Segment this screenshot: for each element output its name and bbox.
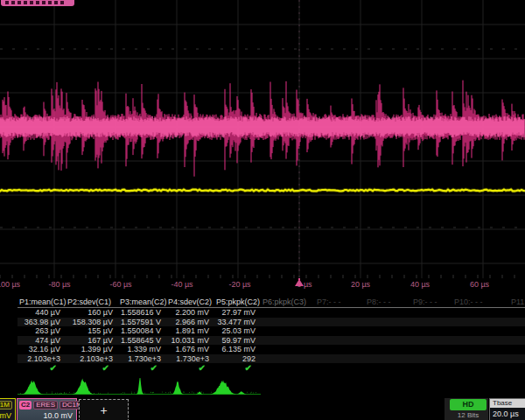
- measurement-value-cell: 1.339 mV: [118, 345, 166, 354]
- measurement-value-cell: 1.558616 V: [118, 308, 166, 318]
- measurement-table: P1:mean(C1)P2:sdev(C1)P3:mean(C2)P4:sdev…: [18, 297, 525, 374]
- measurement-value-cell: 2.200 mV: [166, 308, 214, 318]
- measurement-value-cell: [261, 326, 315, 336]
- measurement-value-cell: [452, 318, 509, 327]
- measurement-value-cell: [509, 326, 525, 336]
- c2-label-badge: C2: [19, 401, 32, 410]
- time-tick-label: -100 µs: [0, 280, 20, 289]
- measurement-header-cell[interactable]: P7:- - -: [315, 297, 365, 308]
- measurement-status-cell: [315, 363, 365, 374]
- c2-eres-badge: ERES: [33, 401, 58, 410]
- measurement-value-cell: 1.558645 V: [118, 336, 166, 346]
- measurement-value-cell: 1.730e+3: [118, 354, 166, 364]
- measurement-status-cell: [365, 363, 411, 374]
- measurement-header-cell[interactable]: P11:- - -: [509, 297, 525, 308]
- measurement-value-cell: 2.966 mV: [166, 318, 214, 327]
- measurement-value-cell: 263 µV: [18, 326, 66, 336]
- measurement-value-cell: [261, 308, 315, 318]
- measurement-value-cell: [411, 336, 452, 346]
- time-tick-label: -40 µs: [171, 280, 192, 289]
- measurement-value-cell: [509, 345, 525, 354]
- measurement-header-cell[interactable]: P10:- - -: [452, 297, 509, 308]
- measurement-value-cell: 1.550084 V: [118, 326, 166, 336]
- time-tick-label: -60 µs: [109, 280, 131, 289]
- measurement-value-cell: 1.676 mV: [166, 345, 214, 354]
- measurement-value-cell: [365, 326, 411, 336]
- measurement-value-cell: 6.135 mV: [214, 345, 261, 354]
- measurement-value-cell: 27.97 mV: [214, 308, 261, 318]
- measurement-value-cell: [315, 354, 365, 364]
- measurement-header-cell[interactable]: P4:sdev(C2): [166, 297, 214, 308]
- measurement-value-cell: 160 µV: [66, 308, 118, 318]
- measurement-value-cell: [411, 326, 452, 336]
- measurement-value-cell: [365, 345, 411, 354]
- measurement-status-cell: ✔: [166, 363, 214, 374]
- time-tick-label: -80 µs: [48, 280, 70, 289]
- measurement-value-cell: [411, 318, 452, 327]
- measurement-value-cell: [315, 336, 365, 346]
- measurement-status-cell: [411, 363, 452, 374]
- measurement-header-cell[interactable]: P3:mean(C2): [118, 297, 166, 308]
- add-trace-button[interactable]: +: [79, 399, 129, 420]
- measurement-value-cell: [452, 336, 509, 346]
- measurement-value-cell: 59.97 mV: [214, 336, 261, 346]
- measurement-status-cell: [452, 363, 509, 374]
- measurement-value-cell: [365, 318, 411, 327]
- measurement-value-cell: [411, 345, 452, 354]
- hd-bits-label: 12 Bits: [450, 411, 486, 419]
- measurement-value-cell: 167 µV: [66, 336, 118, 346]
- measurement-value-cell: 2.103e+3: [66, 354, 118, 364]
- plus-icon: +: [100, 403, 107, 417]
- measurement-value-cell: [452, 345, 509, 354]
- measurement-value-cell: [315, 308, 365, 318]
- hd-mode-button[interactable]: HD: [450, 399, 486, 410]
- measurement-header-cell[interactable]: P9:- - -: [411, 297, 452, 308]
- timebase-title: Tbase: [490, 399, 525, 408]
- measurement-value-cell: 25.03 mV: [214, 326, 261, 336]
- measurement-value-cell: [509, 354, 525, 364]
- measurement-value-cell: 10.031 mV: [166, 336, 214, 346]
- measurement-value-cell: [315, 326, 365, 336]
- measurement-value-cell: 2.103e+3: [18, 354, 66, 364]
- measurement-value-cell: 32.16 µV: [18, 345, 66, 354]
- time-axis: -100 µs-80 µs-60 µs-40 µs-20 µs0 µs20 µs…: [0, 278, 525, 292]
- measurement-value-cell: 363.98 µV: [18, 318, 66, 327]
- time-tick-label: 0 µs: [297, 280, 312, 289]
- measurement-value-cell: [315, 345, 365, 354]
- measurement-value-cell: [509, 336, 525, 346]
- measurement-header-cell[interactable]: P6:pkpk(C3): [261, 297, 315, 308]
- measurement-value-cell: 1.399 µV: [66, 345, 118, 354]
- channel-c2-descriptor[interactable]: C2 ERES DC1M 10.0 mV: [17, 398, 77, 420]
- c2-volts-per-div: 10.0 mV: [18, 410, 76, 420]
- measurement-value-cell: [261, 354, 315, 364]
- measurement-value-cell: 474 µV: [18, 336, 66, 346]
- timebase-descriptor[interactable]: Tbase 20.0 µs: [489, 398, 525, 420]
- measurement-header-cell[interactable]: P1:mean(C1): [18, 297, 66, 308]
- c2-trace-tag[interactable]: [1, 0, 74, 6]
- measurement-value-cell: [261, 345, 315, 354]
- measurement-value-cell: [365, 308, 411, 318]
- timebase-value: 20.0 µs: [490, 408, 525, 418]
- measurement-status-cell: [509, 363, 525, 374]
- measurement-value-cell: 1.557591 V: [118, 318, 166, 327]
- time-tick-label: 20 µs: [351, 280, 370, 289]
- measurement-header-cell[interactable]: P2:sdev(C1): [66, 297, 118, 308]
- measurement-status-cell: ✔: [66, 363, 118, 374]
- measurement-value-cell: 440 µV: [18, 308, 66, 318]
- measurement-value-cell: 158.308 µV: [66, 318, 118, 327]
- measurement-value-cell: [509, 318, 525, 327]
- channel-c1-descriptor[interactable]: C1 DC1M 10.0 mV: [0, 398, 16, 420]
- c1-volts-per-div: 10.0 mV: [0, 410, 15, 420]
- measurement-value-cell: [315, 318, 365, 327]
- measurement-value-cell: [509, 308, 525, 318]
- oscilloscope-screen: -100 µs-80 µs-60 µs-40 µs-20 µs0 µs20 µs…: [0, 0, 525, 420]
- measurement-header-cell[interactable]: P8:- - -: [365, 297, 411, 308]
- time-tick-label: 40 µs: [410, 280, 430, 289]
- waveform-grid[interactable]: [0, 0, 525, 278]
- waveform-plot[interactable]: [0, 0, 525, 278]
- measurement-value-cell: 155 µV: [66, 326, 118, 336]
- measurement-value-cell: [452, 308, 509, 318]
- measurement-header-cell[interactable]: P5:pkpk(C2): [214, 297, 261, 308]
- measurement-value-cell: [452, 326, 509, 336]
- measurement-status-cell: ✔: [118, 363, 166, 374]
